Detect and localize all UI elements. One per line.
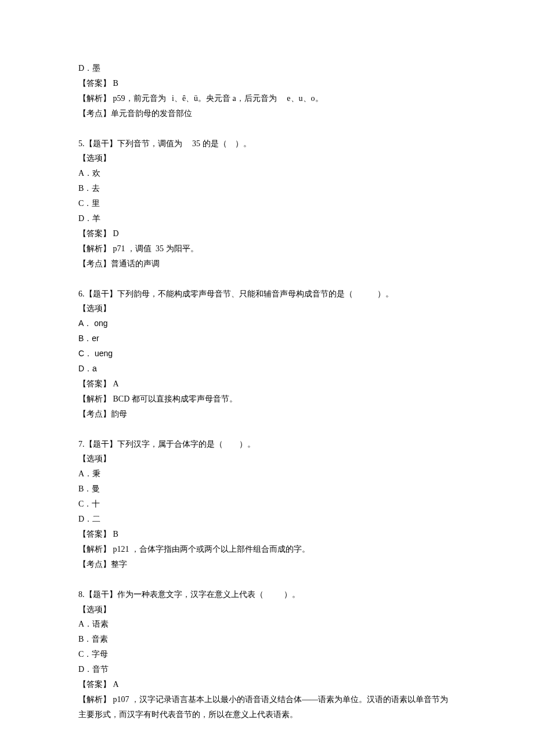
question-block: 8.【题干】作为一种表意文字，汉字在意义上代表（ ）。 【选项】 A．语素 B．… bbox=[78, 587, 456, 722]
option: D．羊 bbox=[78, 211, 456, 226]
point: 【考点】韵母 bbox=[78, 407, 456, 422]
option: C．里 bbox=[78, 196, 456, 211]
option: D．音节 bbox=[78, 662, 456, 677]
intro-block: D．墨 【答案】 B 【解析】 p59，前元音为 i、ê、ü。央元音 a，后元音… bbox=[78, 61, 456, 121]
page-content: D．墨 【答案】 B 【解析】 p59，前元音为 i、ê、ü。央元音 a，后元音… bbox=[0, 0, 534, 756]
options-label: 【选项】 bbox=[78, 301, 456, 316]
option: C．十 bbox=[78, 497, 456, 512]
options-label: 【选项】 bbox=[78, 451, 456, 466]
explain: 【解析】 p107 ，汉字记录语言基本上以最小的语音语义结合体——语素为单位。汉… bbox=[78, 692, 456, 722]
answer: 【答案】 A bbox=[78, 377, 456, 392]
intro-line: 【考点】单元音韵母的发音部位 bbox=[78, 106, 456, 121]
option: A． ong bbox=[78, 316, 456, 331]
options-label: 【选项】 bbox=[78, 602, 456, 617]
answer: 【答案】 B bbox=[78, 527, 456, 542]
option: B．去 bbox=[78, 181, 456, 196]
option: A．语素 bbox=[78, 617, 456, 632]
question-stem: 8.【题干】作为一种表意文字，汉字在意义上代表（ ）。 bbox=[78, 587, 456, 602]
question-block: 7.【题干】下列汉字，属于合体字的是（ ）。 【选项】 A．秉 B．曼 C．十 … bbox=[78, 437, 456, 572]
option: C．字母 bbox=[78, 647, 456, 662]
intro-line: 【答案】 B bbox=[78, 76, 456, 91]
option: B．er bbox=[78, 331, 456, 346]
point: 【考点】整字 bbox=[78, 557, 456, 572]
explain: 【解析】 p71 ，调值 35 为阳平。 bbox=[78, 241, 456, 256]
option: A．欢 bbox=[78, 166, 456, 181]
option: B．音素 bbox=[78, 632, 456, 647]
options-label: 【选项】 bbox=[78, 151, 456, 166]
question-stem: 7.【题干】下列汉字，属于合体字的是（ ）。 bbox=[78, 437, 456, 452]
explain: 【解析】 p121 ，合体字指由两个或两个以上部件组合而成的字。 bbox=[78, 542, 456, 557]
question-stem: 5.【题干】下列音节，调值为 35 的是（ ）。 bbox=[78, 136, 456, 151]
option: A．秉 bbox=[78, 466, 456, 482]
point: 【考点】普通话的声调 bbox=[78, 256, 456, 272]
explain: 【解析】 BCD 都可以直接构成零声母音节。 bbox=[78, 392, 456, 407]
option: B．曼 bbox=[78, 482, 456, 497]
answer: 【答案】 A bbox=[78, 677, 456, 692]
option: D．a bbox=[78, 361, 456, 377]
answer: 【答案】 D bbox=[78, 226, 456, 241]
intro-line: D．墨 bbox=[78, 61, 456, 76]
option: C． ueng bbox=[78, 346, 456, 361]
intro-line: 【解析】 p59，前元音为 i、ê、ü。央元音 a，后元音为 e、u、o。 bbox=[78, 91, 456, 106]
question-stem: 6.【题干】下列韵母，不能构成零声母音节、只能和辅音声母构成音节的是（ ）。 bbox=[78, 287, 456, 302]
option: D．二 bbox=[78, 512, 456, 527]
question-block: 6.【题干】下列韵母，不能构成零声母音节、只能和辅音声母构成音节的是（ ）。 【… bbox=[78, 287, 456, 422]
question-block: 5.【题干】下列音节，调值为 35 的是（ ）。 【选项】 A．欢 B．去 C．… bbox=[78, 136, 456, 272]
